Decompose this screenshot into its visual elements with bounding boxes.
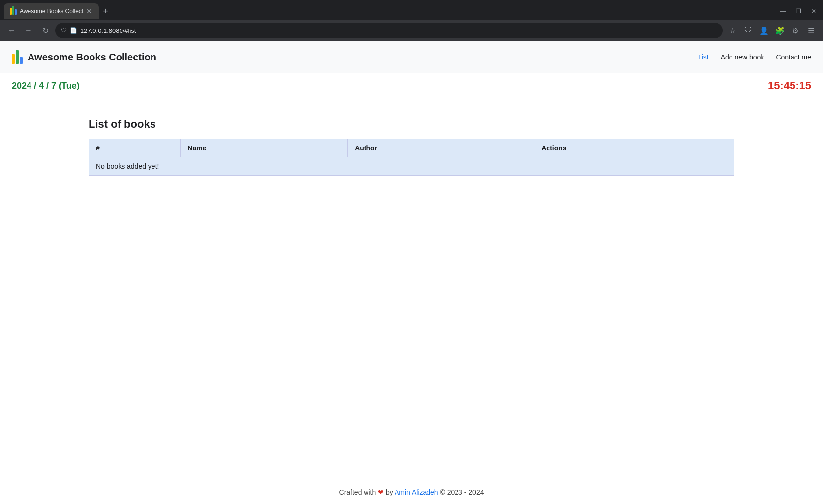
datetime-bar: 2024 / 4 / 7 (Tue) 15:45:15 [0,73,823,98]
restore-button[interactable]: ❐ [793,7,804,16]
browser-titlebar: Awesome Books Collect ✕ + — ❐ ✕ [0,0,823,20]
url-text: 127.0.0.1:8080/#list [80,27,717,34]
table-header-row: # Name Author Actions [89,139,734,157]
logo-bar-3 [20,57,23,64]
shield-button[interactable]: 🛡 [741,24,755,37]
favicon-bar-2 [12,6,14,15]
tab-title: Awesome Books Collect [20,8,83,15]
nav-contact-link[interactable]: Contact me [776,53,811,61]
tab-close-button[interactable]: ✕ [85,7,93,15]
extensions-button[interactable]: 🧩 [773,24,787,37]
empty-message: No books added yet! [89,157,734,176]
section-title: List of books [89,118,734,131]
bookmark-button[interactable]: ☆ [726,24,739,37]
app-title: Awesome Books Collection [28,52,156,63]
col-number: # [89,139,181,157]
nav-links: List Add new book Contact me [698,53,811,61]
time-display: 15:45:15 [768,79,811,92]
forward-button[interactable]: → [22,24,35,37]
nav-list-link[interactable]: List [698,53,709,61]
toolbar-icons: ☆ 🛡 👤 🧩 ⚙ ☰ [726,24,818,37]
minimize-button[interactable]: — [777,7,789,16]
col-actions: Actions [534,139,734,157]
address-bar[interactable]: 🛡 📄 127.0.0.1:8080/#list [55,23,723,38]
active-tab[interactable]: Awesome Books Collect ✕ [4,3,99,19]
nav-add-link[interactable]: Add new book [721,53,764,61]
profile-button[interactable]: 👤 [757,24,771,37]
empty-row: No books added yet! [89,157,734,176]
close-button[interactable]: ✕ [808,7,819,16]
table-body: No books added yet! [89,157,734,176]
logo-bar-2 [16,50,19,64]
tab-favicon [10,8,17,15]
menu-button[interactable]: ☰ [804,24,818,37]
date-display: 2024 / 4 / 7 (Tue) [12,81,80,91]
main-content: List of books # Name Author Actions No b… [0,98,823,195]
logo-area: Awesome Books Collection [12,50,156,64]
books-table: # Name Author Actions No books added yet… [89,139,734,176]
settings-button[interactable]: ⚙ [789,24,802,37]
col-author: Author [348,139,534,157]
new-tab-button[interactable]: + [99,6,112,17]
browser-chrome: Awesome Books Collect ✕ + — ❐ ✕ ← → ↻ 🛡 … [0,0,823,41]
page-icon: 📄 [70,27,77,34]
app-header: Awesome Books Collection List Add new bo… [0,41,823,73]
reload-button[interactable]: ↻ [38,24,52,37]
tab-bar: Awesome Books Collect ✕ + [4,3,769,19]
table-header: # Name Author Actions [89,139,734,157]
window-controls: — ❐ ✕ [769,7,819,16]
favicon-bar-1 [10,8,12,15]
back-button[interactable]: ← [5,24,19,37]
col-name: Name [181,139,348,157]
favicon-bar-3 [15,9,17,15]
security-icon: 🛡 [61,27,67,34]
browser-toolbar: ← → ↻ 🛡 📄 127.0.0.1:8080/#list ☆ 🛡 👤 🧩 ⚙… [0,20,823,41]
logo-icon [12,50,23,64]
logo-bar-1 [12,54,15,64]
